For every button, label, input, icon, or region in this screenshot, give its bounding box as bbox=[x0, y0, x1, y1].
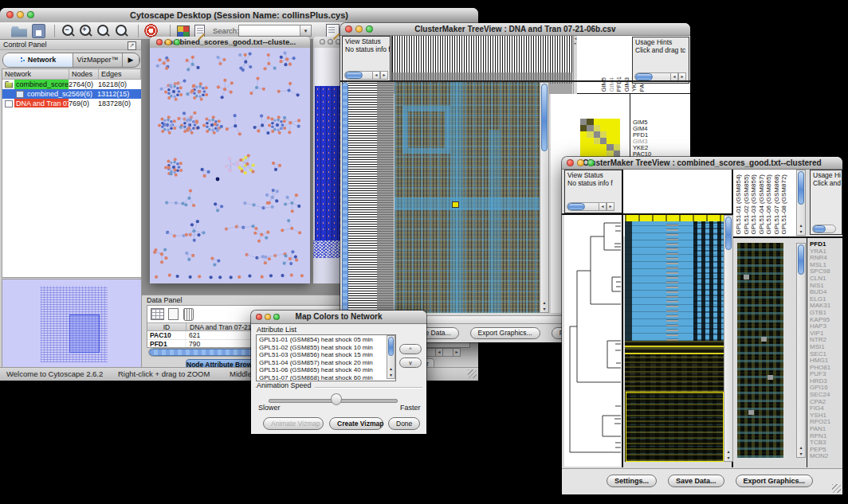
zoom-button[interactable] bbox=[587, 159, 595, 166]
network-title-bar[interactable]: combined_scores_good.txt--cluste... bbox=[150, 37, 310, 49]
scroll-right-icon[interactable]: ▸ bbox=[453, 348, 461, 357]
select-attributes-icon[interactable] bbox=[151, 308, 164, 320]
network-file-icon bbox=[16, 91, 24, 98]
network-list-row[interactable]: combined_sco 2569(6) 13112(15) bbox=[2, 89, 141, 99]
speed-slider-thumb[interactable] bbox=[331, 393, 342, 405]
zoom-matrix-cell bbox=[580, 119, 587, 125]
treeview1-title-bar[interactable]: ClusterMaker TreeView : DNA and Tran 07-… bbox=[340, 23, 690, 36]
close-button[interactable] bbox=[320, 39, 325, 45]
treeview-action-button[interactable]: Export Graphics... bbox=[470, 327, 540, 339]
zoom-matrix-cell bbox=[594, 150, 600, 157]
column-labels-vscrollbar[interactable]: ▴▾ bbox=[796, 170, 806, 236]
treeview-action-button[interactable]: Export Graphics... bbox=[736, 475, 814, 487]
control-panel-header: Control Panel bbox=[0, 40, 141, 50]
save-session-icon[interactable] bbox=[32, 24, 45, 38]
secondary-heatmap[interactable] bbox=[737, 243, 783, 458]
annotation-icon[interactable] bbox=[194, 25, 205, 37]
minimize-button[interactable] bbox=[355, 25, 363, 33]
heatmap-vscrollbar[interactable]: ▴▾ bbox=[724, 215, 733, 462]
search-dropdown-icon[interactable]: ▾ bbox=[300, 25, 311, 36]
move-down-button[interactable]: v bbox=[399, 357, 422, 368]
attribute-list-item[interactable]: GPL51-04 (GSM857) heat shock 20 min bbox=[259, 359, 386, 367]
minimize-button[interactable] bbox=[165, 39, 171, 45]
close-button[interactable] bbox=[6, 11, 14, 18]
zoom-button[interactable] bbox=[27, 11, 34, 18]
search-input[interactable]: ▾ bbox=[238, 25, 312, 37]
row-dendrogram[interactable] bbox=[564, 215, 622, 467]
attribute-list-item[interactable]: GPL51-01 (GSM854) heat shock 05 min bbox=[259, 336, 386, 344]
zoom-button[interactable] bbox=[273, 314, 280, 320]
birdseye-view[interactable] bbox=[2, 279, 142, 368]
new-attribute-icon[interactable] bbox=[168, 308, 179, 320]
help-icon[interactable] bbox=[144, 24, 158, 37]
zoom-fit-icon[interactable] bbox=[115, 25, 128, 37]
animation-speed-label: Animation Speed bbox=[257, 381, 315, 389]
column-labels-pane: GPL51-01 (GSM854)GPL51-02 (GSM855)GPL51-… bbox=[733, 170, 796, 236]
gene-labels-vscrollbar[interactable]: ▴▾ bbox=[796, 243, 806, 458]
zoom-matrix-cell bbox=[614, 150, 620, 157]
treeview-action-button[interactable]: Settings... bbox=[607, 475, 657, 487]
network-list-row[interactable]: combined_scores 2764(0) 16218(0) bbox=[2, 80, 141, 89]
resize-grip[interactable] bbox=[832, 484, 841, 493]
tab-vizmapper[interactable]: VizMapper™ bbox=[73, 53, 123, 67]
minimize-button[interactable] bbox=[265, 314, 271, 320]
zoom-matrix-cell bbox=[607, 119, 613, 125]
treeview-action-button[interactable]: Save Data... bbox=[668, 475, 724, 487]
zoom-matrix-cell bbox=[614, 125, 620, 131]
zoom-matrix-cell bbox=[580, 150, 587, 157]
delete-attribute-icon[interactable] bbox=[183, 308, 194, 321]
close-button[interactable] bbox=[256, 314, 262, 320]
heatmap-vscrollbar[interactable]: ▴▾ bbox=[540, 82, 549, 313]
main-heatmap[interactable] bbox=[625, 215, 724, 462]
attribute-list-vscrollbar[interactable]: ▴▾ bbox=[387, 335, 395, 379]
done-button[interactable]: Done bbox=[388, 417, 420, 430]
attribute-list[interactable]: GPL51-01 (GSM854) heat shock 05 minGPL51… bbox=[256, 334, 396, 381]
close-button[interactable] bbox=[567, 159, 574, 166]
zoom-selected-icon[interactable] bbox=[96, 25, 109, 37]
treeview2-title: ClusterMaker TreeView : combined_scores_… bbox=[583, 158, 821, 167]
network-canvas[interactable] bbox=[150, 48, 310, 283]
view-status-scrollbar[interactable]: ◂ ▸ bbox=[567, 202, 614, 211]
zoom-out-icon[interactable]: − bbox=[61, 25, 74, 37]
treeview1-title: ClusterMaker TreeView : DNA and Tran 07-… bbox=[414, 25, 615, 33]
birdseye-viewport-rect[interactable] bbox=[69, 315, 100, 353]
zoom-matrix-cell bbox=[580, 125, 587, 131]
zoom-in-icon[interactable]: + bbox=[79, 25, 92, 37]
resize-grip[interactable] bbox=[468, 369, 477, 378]
main-heatmap[interactable] bbox=[395, 82, 540, 313]
tab-network[interactable]: Network bbox=[3, 53, 73, 67]
table-edit-icon[interactable] bbox=[326, 24, 340, 37]
main-title-bar[interactable]: Cytoscape Desktop (Session Name: collins… bbox=[0, 8, 478, 23]
left-vscrollbar[interactable] bbox=[342, 82, 348, 313]
attribute-list-item[interactable]: GPL51-03 (GSM856) heat shock 15 min bbox=[259, 351, 386, 359]
dialog-title-bar[interactable]: Map Colors to Network bbox=[251, 311, 426, 324]
zoom-button[interactable] bbox=[174, 39, 180, 45]
heatmap-cyan-block bbox=[625, 221, 724, 341]
attribute-list-item[interactable]: GPL51-02 (GSM855) heat shock 10 min bbox=[259, 344, 386, 352]
minimize-button[interactable] bbox=[577, 159, 584, 166]
zoom-button[interactable] bbox=[366, 25, 373, 33]
zoom-matrix-cell bbox=[594, 144, 600, 150]
treeview2-title-bar[interactable]: ClusterMaker TreeView : combined_scores_… bbox=[562, 157, 842, 170]
slower-label: Slower bbox=[258, 404, 281, 412]
minimize-button[interactable] bbox=[328, 39, 333, 45]
usage-hints-scrollbar[interactable] bbox=[812, 225, 836, 233]
row-dendrogram[interactable] bbox=[348, 82, 394, 313]
move-up-button[interactable]: ^ bbox=[399, 344, 422, 354]
close-button[interactable] bbox=[345, 25, 352, 33]
float-panel-icon[interactable]: ↗ bbox=[128, 41, 136, 50]
heatmap-yellow-band bbox=[625, 215, 724, 221]
open-session-icon[interactable] bbox=[11, 24, 27, 38]
animate-vizmap-button[interactable]: Animate Vizmap bbox=[263, 417, 324, 430]
close-button[interactable] bbox=[156, 39, 163, 45]
view-status-scrollbar[interactable]: ◂ ▸ bbox=[344, 71, 388, 80]
minimize-button[interactable] bbox=[17, 11, 24, 18]
zoom-matrix-cell bbox=[587, 125, 593, 131]
attribute-list-item[interactable]: GPL51-06 (GSM865) heat shock 40 min bbox=[259, 366, 386, 374]
tab-overflow-arrow[interactable]: ▶ bbox=[123, 53, 139, 67]
zoom-heatmap-matrix[interactable] bbox=[580, 119, 620, 157]
attribute-list-item[interactable]: GPL51-07 (GSM868) heat shock 60 min bbox=[259, 374, 386, 381]
create-vizmap-button[interactable]: Create Vizmap bbox=[329, 417, 383, 430]
scroll-left-icon[interactable]: ◂ bbox=[435, 348, 443, 357]
zoom-matrix-cell bbox=[614, 138, 620, 144]
